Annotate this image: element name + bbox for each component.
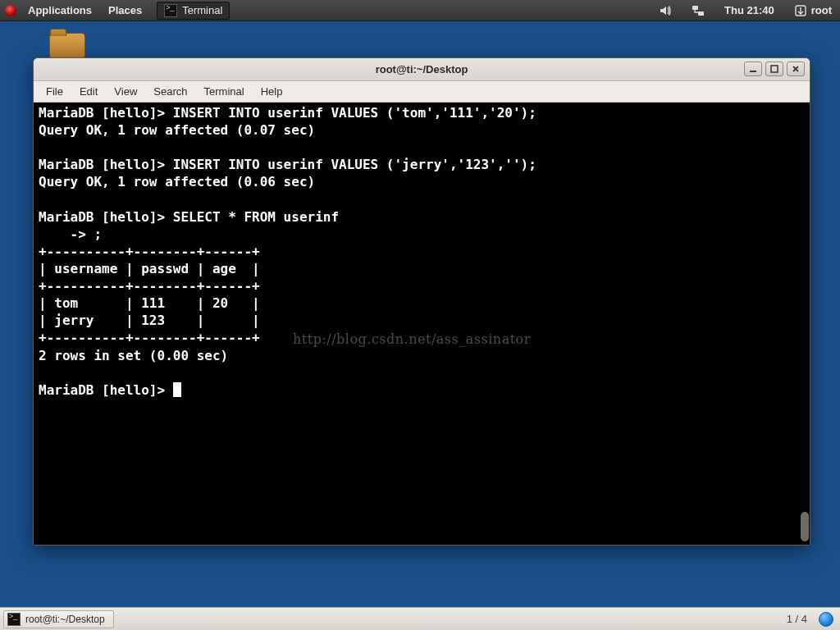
running-app-terminal[interactable]: Terminal (157, 2, 230, 20)
titlebar-buttons (744, 62, 805, 76)
user-label: root (811, 4, 832, 16)
network-applet[interactable] (683, 0, 713, 21)
applications-menu[interactable]: Applications (20, 0, 100, 21)
clock[interactable]: Thu 21:40 (716, 0, 783, 21)
menu-view-label: View (114, 85, 137, 98)
terminal-cursor (173, 382, 181, 397)
menu-terminal[interactable]: Terminal (197, 83, 252, 100)
taskbar-entry-terminal[interactable]: root@ti:~/Desktop (3, 610, 114, 628)
places-menu[interactable]: Places (100, 0, 150, 21)
terminal-icon (164, 4, 177, 17)
network-icon (692, 4, 705, 17)
panel-left: Applications Places Terminal (0, 0, 230, 21)
taskbar-entry-label: root@ti:~/Desktop (25, 614, 105, 625)
running-app-label: Terminal (182, 4, 222, 16)
applications-label: Applications (28, 4, 92, 16)
user-switch-icon (794, 4, 807, 17)
clock-label: Thu 21:40 (724, 4, 774, 16)
menu-file-label: File (46, 85, 63, 98)
terminal-output[interactable]: MariaDB [hello]> INSERT INTO userinf VAL… (34, 103, 810, 545)
top-panel: Applications Places Terminal Thu 21:40 r… (0, 0, 840, 21)
close-button[interactable] (787, 62, 805, 76)
terminal-text: MariaDB [hello]> INSERT INTO userinf VAL… (39, 105, 536, 398)
svg-rect-0 (692, 6, 698, 10)
volume-applet[interactable] (651, 0, 680, 21)
show-desktop-button[interactable] (819, 612, 833, 627)
menu-edit-label: Edit (80, 85, 98, 98)
terminal-icon (7, 613, 21, 626)
workspace-indicator[interactable]: 1 / 4 (778, 613, 815, 625)
distro-icon (5, 5, 16, 16)
menu-help[interactable]: Help (253, 83, 290, 100)
menu-view[interactable]: View (107, 83, 144, 100)
terminal-window: root@ti:~/Desktop File Edit View Search … (33, 57, 810, 546)
minimize-button[interactable] (744, 62, 762, 76)
menu-search-label: Search (153, 85, 187, 98)
svg-rect-1 (698, 11, 704, 16)
folder-icon (49, 33, 85, 59)
menubar: File Edit View Search Terminal Help (34, 81, 810, 103)
volume-icon (659, 4, 672, 17)
titlebar[interactable]: root@ti:~/Desktop (34, 58, 810, 81)
svg-rect-3 (750, 71, 756, 72)
menu-search[interactable]: Search (146, 83, 194, 100)
menu-terminal-label: Terminal (204, 85, 244, 98)
menu-edit[interactable]: Edit (72, 83, 105, 100)
maximize-button[interactable] (765, 62, 783, 76)
user-menu[interactable]: root (786, 0, 840, 21)
menu-help-label: Help (261, 85, 283, 98)
bottom-panel: root@ti:~/Desktop 1 / 4 (0, 607, 840, 630)
terminal-scrollbar[interactable] (800, 103, 810, 545)
scrollbar-thumb[interactable] (801, 512, 809, 541)
workspace-label: 1 / 4 (787, 613, 807, 625)
places-label: Places (108, 4, 142, 16)
window-title: root@ti:~/Desktop (376, 63, 468, 75)
menu-file[interactable]: File (39, 83, 71, 100)
panel-right: Thu 21:40 root (651, 0, 840, 21)
svg-rect-4 (771, 66, 778, 72)
watermark: http://blog.csdn.net/ass_assinator (293, 331, 531, 348)
